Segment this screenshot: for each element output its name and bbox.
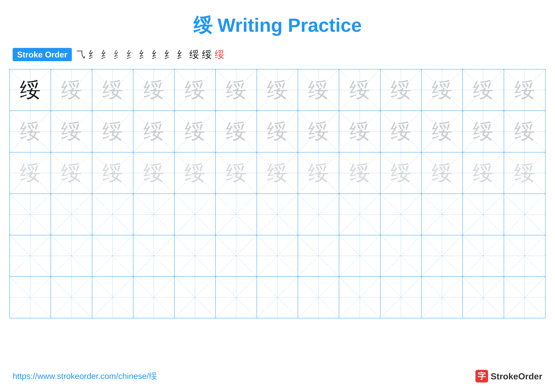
grid-cell-2-2[interactable]: 绥 bbox=[51, 111, 92, 152]
svg-line-134 bbox=[92, 277, 133, 318]
grid-cell-5-1[interactable] bbox=[10, 235, 51, 276]
svg-line-145 bbox=[298, 277, 339, 318]
grid-row-5 bbox=[10, 235, 545, 277]
grid-cell-4-11[interactable] bbox=[422, 194, 463, 235]
grid-row-2: 绥 绥 绥 绥 绥 绥 绥 绥 绥 绥 绥 绥 绥 bbox=[10, 111, 545, 152]
grid-cell-2-4[interactable]: 绥 bbox=[133, 111, 175, 152]
grid-cell-5-9[interactable] bbox=[339, 235, 380, 276]
grid-cell-2-10[interactable]: 绥 bbox=[380, 111, 422, 152]
grid-cell-6-11[interactable] bbox=[422, 277, 463, 318]
svg-line-114 bbox=[216, 235, 256, 276]
grid-cell-5-2[interactable] bbox=[51, 235, 92, 276]
grid-cell-6-6[interactable] bbox=[216, 277, 257, 318]
svg-line-109 bbox=[92, 235, 133, 276]
grid-cell-4-7[interactable] bbox=[257, 194, 298, 235]
grid-cell-4-8[interactable] bbox=[298, 194, 339, 235]
stroke-step-6: 纟 bbox=[139, 48, 149, 61]
grid-cell-5-3[interactable] bbox=[92, 235, 133, 276]
grid-cell-5-4[interactable] bbox=[133, 235, 175, 276]
grid-cell-1-1[interactable]: 绥 bbox=[10, 69, 51, 111]
grid-cell-3-3[interactable]: 绥 bbox=[92, 152, 133, 193]
grid-cell-5-11[interactable] bbox=[422, 235, 463, 276]
grid-cell-2-1[interactable]: 绥 bbox=[10, 111, 51, 152]
grid-cell-6-3[interactable] bbox=[92, 277, 133, 318]
grid-cell-1-4[interactable]: 绥 bbox=[133, 69, 175, 111]
grid-cell-3-6[interactable]: 绥 bbox=[216, 152, 257, 193]
svg-line-108 bbox=[92, 235, 133, 276]
svg-line-118 bbox=[298, 235, 339, 276]
grid-cell-3-8[interactable]: 绥 bbox=[298, 152, 339, 193]
grid-cell-6-1[interactable] bbox=[10, 277, 51, 318]
svg-line-93 bbox=[298, 194, 339, 235]
grid-cell-4-13[interactable] bbox=[504, 194, 545, 235]
grid-cell-5-5[interactable] bbox=[175, 235, 216, 276]
grid-cell-2-5[interactable]: 绥 bbox=[175, 111, 216, 152]
grid-cell-6-12[interactable] bbox=[463, 277, 504, 318]
grid-cell-3-12[interactable]: 绥 bbox=[463, 152, 504, 193]
grid-cell-6-7[interactable] bbox=[257, 277, 298, 318]
grid-cell-6-9[interactable] bbox=[339, 277, 380, 318]
grid-cell-1-5[interactable]: 绥 bbox=[175, 69, 216, 111]
grid-cell-1-13[interactable]: 绥 bbox=[504, 69, 545, 111]
grid-cell-1-7[interactable]: 绥 bbox=[257, 69, 298, 111]
grid-cell-6-8[interactable] bbox=[298, 277, 339, 318]
footer-url[interactable]: https://www.strokeorder.com/chinese/绥 bbox=[13, 371, 157, 382]
grid-cell-4-4[interactable] bbox=[133, 194, 175, 235]
stroke-order-row: Stroke Order ⺄ 纟 纟 纟 纟 纟 纟 纟 纟 绥 绥 绥 bbox=[0, 45, 555, 64]
grid-cell-3-4[interactable]: 绥 bbox=[133, 152, 175, 193]
grid-cell-2-7[interactable]: 绥 bbox=[257, 111, 298, 152]
grid-cell-5-7[interactable] bbox=[257, 235, 298, 276]
svg-line-106 bbox=[51, 235, 92, 276]
grid-cell-3-5[interactable]: 绥 bbox=[175, 152, 216, 193]
char-display: 绥 bbox=[61, 80, 82, 100]
grid-cell-2-11[interactable]: 绥 bbox=[422, 111, 463, 152]
svg-line-119 bbox=[298, 235, 339, 276]
grid-cell-3-9[interactable]: 绥 bbox=[339, 152, 380, 193]
grid-cell-3-10[interactable]: 绥 bbox=[380, 152, 422, 193]
grid-cell-1-6[interactable]: 绥 bbox=[216, 69, 257, 111]
grid-cell-4-12[interactable] bbox=[463, 194, 504, 235]
grid-cell-4-1[interactable] bbox=[10, 194, 51, 235]
grid-cell-1-8[interactable]: 绥 bbox=[298, 69, 339, 111]
grid-cell-4-10[interactable] bbox=[380, 194, 422, 235]
svg-line-132 bbox=[51, 277, 92, 318]
grid-cell-6-10[interactable] bbox=[380, 277, 422, 318]
grid-cell-1-9[interactable]: 绥 bbox=[339, 69, 380, 111]
grid-cell-1-2[interactable]: 绥 bbox=[51, 69, 92, 111]
grid-cell-1-3[interactable]: 绥 bbox=[92, 69, 133, 111]
stroke-order-badge: Stroke Order bbox=[13, 48, 72, 61]
grid-cell-1-11[interactable]: 绥 bbox=[422, 69, 463, 111]
grid-cell-2-6[interactable]: 绥 bbox=[216, 111, 257, 152]
grid-cell-3-1[interactable]: 绥 bbox=[10, 152, 51, 193]
grid-cell-5-12[interactable] bbox=[463, 235, 504, 276]
grid-cell-6-2[interactable] bbox=[51, 277, 92, 318]
svg-line-79 bbox=[10, 194, 51, 235]
svg-line-154 bbox=[504, 277, 545, 318]
grid-cell-1-10[interactable]: 绥 bbox=[380, 69, 422, 111]
grid-cell-5-6[interactable] bbox=[216, 235, 257, 276]
grid-cell-3-13[interactable]: 绥 bbox=[504, 152, 545, 193]
grid-cell-1-12[interactable]: 绥 bbox=[463, 69, 504, 111]
grid-cell-4-9[interactable] bbox=[339, 194, 380, 235]
footer: https://www.strokeorder.com/chinese/绥 字 … bbox=[13, 370, 542, 383]
grid-cell-2-9[interactable]: 绥 bbox=[339, 111, 380, 152]
grid-cell-4-5[interactable] bbox=[175, 194, 216, 235]
grid-cell-5-10[interactable] bbox=[380, 235, 422, 276]
grid-cell-6-5[interactable] bbox=[175, 277, 216, 318]
grid-cell-4-2[interactable] bbox=[51, 194, 92, 235]
grid-cell-2-13[interactable]: 绥 bbox=[504, 111, 545, 152]
svg-line-116 bbox=[257, 235, 298, 276]
svg-line-129 bbox=[504, 235, 545, 276]
grid-cell-2-3[interactable]: 绥 bbox=[92, 111, 133, 152]
grid-cell-6-4[interactable] bbox=[133, 277, 175, 318]
grid-cell-2-8[interactable]: 绥 bbox=[298, 111, 339, 152]
grid-cell-5-8[interactable] bbox=[298, 235, 339, 276]
grid-cell-2-12[interactable]: 绥 bbox=[463, 111, 504, 152]
grid-cell-3-2[interactable]: 绥 bbox=[51, 152, 92, 193]
grid-cell-4-6[interactable] bbox=[216, 194, 257, 235]
grid-cell-6-13[interactable] bbox=[504, 277, 545, 318]
grid-cell-5-13[interactable] bbox=[504, 235, 545, 276]
grid-cell-4-3[interactable] bbox=[92, 194, 133, 235]
grid-cell-3-7[interactable]: 绥 bbox=[257, 152, 298, 193]
grid-cell-3-11[interactable]: 绥 bbox=[422, 152, 463, 193]
